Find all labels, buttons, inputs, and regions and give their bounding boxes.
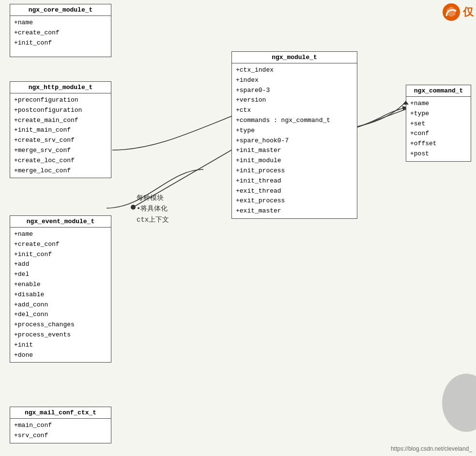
field-item: +process_changes [14, 320, 107, 330]
field-item: +spare_hook0-7 [236, 136, 353, 146]
ngx-event-module-t-title: ngx_event_module_t [10, 216, 111, 228]
field-item: +name [14, 229, 107, 240]
logo-text: 仅 [463, 5, 474, 19]
field-item: +exit_process [236, 196, 353, 206]
field-item: +process_events [14, 330, 107, 340]
field-item: +postconfiguration [14, 106, 107, 116]
field-item: +index [236, 76, 353, 86]
ngx-core-module-t-box: ngx_core_module_t +name +create_conf +in… [10, 4, 111, 57]
field-item: +ctx [236, 106, 353, 116]
field-item: +enable [14, 280, 107, 290]
field-item: +done [14, 350, 107, 361]
field-item: +init [14, 340, 107, 350]
annotation-line3: ctx上下文 [137, 214, 169, 225]
watermark: https://blog.csdn.net/cleveland_ [391, 445, 472, 452]
ngx-core-module-t-title: ngx_core_module_t [10, 4, 111, 16]
ngx-mail-conf-ctx-t-fields: +main_conf +srv_conf [10, 419, 111, 443]
annotation-line1: 每种模块 [137, 193, 169, 203]
ngx-module-t-title: ngx_module_t [232, 52, 357, 63]
field-item: +exit_master [236, 206, 353, 216]
logo-area: 仅 [442, 2, 474, 22]
ngx-command-t-box: ngx_command_t +name +type +set +conf +of… [406, 85, 471, 162]
field-item: +init_main_conf [14, 125, 107, 136]
field-item: +merge_srv_conf [14, 146, 107, 156]
ngx-event-module-t-box: ngx_event_module_t +name +create_conf +i… [10, 215, 111, 363]
field-item: +create_loc_conf [14, 156, 107, 166]
field-item: +name [410, 99, 467, 109]
logo-icon [442, 2, 461, 22]
ngx-command-t-title: ngx_command_t [406, 85, 471, 97]
field-item: +disable [14, 290, 107, 300]
field-item: +main_conf [14, 421, 107, 431]
field-item: +del_conn [14, 310, 107, 320]
field-item: +init_master [236, 146, 353, 156]
field-item: +type [236, 126, 353, 136]
field-item: +offset [410, 139, 467, 149]
svg-point-3 [131, 205, 136, 210]
field-item: +init_conf [14, 38, 107, 48]
ngx-command-t-fields: +name +type +set +conf +offset +post [406, 97, 471, 161]
ngx-mail-conf-ctx-t-title: ngx_mail_conf_ctx_t [10, 407, 111, 419]
field-item: +add [14, 259, 107, 270]
ngx-core-module-t-fields: +name +create_conf +init_conf [10, 16, 111, 57]
ngx-module-t-box: ngx_module_t +ctx_index +index +spare0-3… [231, 51, 357, 219]
circle-decoration [442, 374, 476, 432]
annotation-text: 每种模块 •将具体化 ctx上下文 [137, 193, 169, 225]
ngx-http-module-t-title: ngx_http_module_t [10, 82, 111, 93]
field-item: +exit_thread [236, 186, 353, 197]
field-item: +init_process [236, 166, 353, 176]
field-item: +init_thread [236, 176, 353, 186]
field-item: +create_main_conf [14, 116, 107, 126]
field-item: +spare0-3 [236, 86, 353, 96]
ngx-http-module-t-box: ngx_http_module_t +preconfiguration +pos… [10, 81, 111, 178]
field-item: +init_module [236, 156, 353, 166]
svg-line-0 [357, 109, 407, 127]
field-item: +merge_loc_conf [14, 166, 107, 176]
field-item: +ctx_index [236, 65, 353, 76]
field-item: +name [14, 18, 107, 28]
svg-point-2 [131, 205, 135, 209]
field-item: +create_conf [14, 28, 107, 38]
field-item: +type [410, 109, 467, 119]
ngx-http-module-t-fields: +preconfiguration +postconfiguration +cr… [10, 93, 111, 178]
annotation-line2: •将具体化 [137, 203, 169, 214]
field-item: +srv_conf [14, 431, 107, 441]
field-item: +conf [410, 129, 467, 139]
field-item: +preconfiguration [14, 95, 107, 106]
ngx-mail-conf-ctx-t-box: ngx_mail_conf_ctx_t +main_conf +srv_conf [10, 407, 111, 443]
field-item: +commands : ngx_command_t [236, 116, 353, 126]
field-item: +create_conf [14, 240, 107, 250]
field-item: +del [14, 270, 107, 280]
field-item: +post [410, 149, 467, 159]
field-item: +version [236, 95, 353, 106]
field-item: +init_conf [14, 250, 107, 260]
ngx-event-module-t-fields: +name +create_conf +init_conf +add +del … [10, 228, 111, 362]
field-item: +create_srv_conf [14, 136, 107, 146]
ngx-module-t-fields: +ctx_index +index +spare0-3 +version +ct… [232, 63, 357, 218]
field-item: +set [410, 119, 467, 129]
field-item: +add_conn [14, 300, 107, 310]
